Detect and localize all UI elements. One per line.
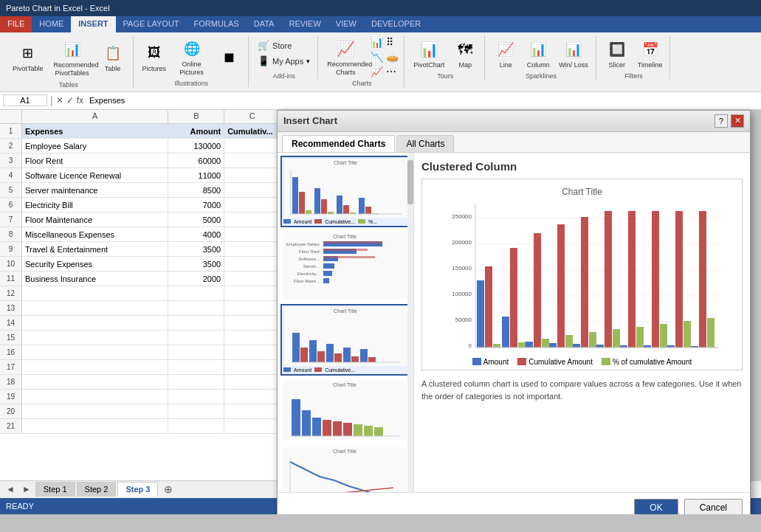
- data-tab[interactable]: DATA: [247, 16, 282, 32]
- dialog-help-button[interactable]: ?: [714, 114, 728, 128]
- cell-c[interactable]: [224, 419, 280, 433]
- sheet-tab-step2[interactable]: Step 2: [77, 482, 117, 497]
- cell-a[interactable]: [22, 331, 168, 345]
- scroll-track[interactable]: [407, 153, 413, 492]
- cell-a[interactable]: Software Licence Renewal: [22, 168, 168, 182]
- sheet-tab-step1[interactable]: Step 1: [35, 482, 75, 497]
- cell-a[interactable]: Employee Salary: [22, 139, 168, 153]
- bar-chart-button[interactable]: 📊: [370, 35, 384, 49]
- pictures-button[interactable]: 🖼 Pictures: [140, 40, 170, 74]
- cell-ref-input[interactable]: [3, 94, 47, 106]
- cell-a[interactable]: Business Insurance: [22, 272, 168, 286]
- cell-b[interactable]: 5000: [168, 213, 224, 227]
- cell-c[interactable]: [224, 257, 280, 271]
- cell-c[interactable]: [224, 345, 280, 359]
- cell-b[interactable]: [168, 360, 224, 374]
- chart-thumb-4[interactable]: Chart Title: [280, 379, 410, 442]
- cell-c[interactable]: [224, 242, 280, 256]
- cell-b[interactable]: [168, 419, 224, 433]
- line-chart-button[interactable]: 📉: [370, 50, 384, 63]
- my-apps-button[interactable]: 📱 My Apps ▾: [255, 54, 313, 68]
- cell-c[interactable]: [224, 168, 280, 182]
- file-tab[interactable]: FILE: [0, 16, 32, 32]
- cell-c[interactable]: [224, 331, 280, 345]
- cell-c[interactable]: [224, 375, 280, 389]
- cell-a[interactable]: [22, 404, 168, 418]
- cell-a[interactable]: Security Expenses: [22, 257, 168, 271]
- cell-c[interactable]: [224, 198, 280, 212]
- cell-b[interactable]: 130000: [168, 139, 224, 153]
- cell-c[interactable]: [224, 404, 280, 418]
- sheet-tab-step3[interactable]: Step 3: [117, 482, 158, 497]
- more-charts-button[interactable]: ⋯: [385, 65, 397, 78]
- cell-b[interactable]: 3500: [168, 257, 224, 271]
- cell-b[interactable]: [168, 345, 224, 359]
- pie-chart-button[interactable]: 🥧: [385, 50, 399, 63]
- dialog-close-button[interactable]: ✕: [731, 114, 744, 128]
- table-button[interactable]: 📋 Table: [97, 39, 128, 75]
- home-tab[interactable]: HOME: [32, 16, 71, 32]
- cell-a[interactable]: Expenses: [22, 124, 168, 138]
- cell-b[interactable]: 8500: [168, 183, 224, 197]
- cell-b[interactable]: [168, 331, 224, 345]
- cell-a[interactable]: Floor Maintenance: [22, 213, 168, 227]
- col-header-c[interactable]: C: [224, 110, 280, 123]
- cell-a[interactable]: [22, 375, 168, 389]
- insert-function-icon[interactable]: fx: [77, 95, 83, 106]
- developer-tab[interactable]: DEVELOPER: [364, 16, 428, 32]
- pivot-chart-button[interactable]: 📊 PivotChart: [410, 36, 447, 71]
- chart-thumb-2[interactable]: Chart Title: [280, 230, 410, 301]
- ok-button[interactable]: OK: [634, 499, 678, 514]
- cancel-button[interactable]: Cancel: [684, 499, 743, 514]
- chart-thumb-3[interactable]: Chart Title: [280, 304, 410, 376]
- cell-c[interactable]: Cumulativ...: [224, 124, 280, 138]
- scroll-thumb[interactable]: [407, 160, 413, 204]
- cell-a[interactable]: Electricity Bill: [22, 198, 168, 212]
- chart-list[interactable]: Chart Title: [278, 153, 414, 492]
- cell-b[interactable]: Amount: [168, 124, 224, 138]
- view-tab[interactable]: VIEW: [328, 16, 364, 32]
- formulas-tab[interactable]: FORMULAS: [187, 16, 247, 32]
- review-tab[interactable]: REVIEW: [281, 16, 328, 32]
- cell-a[interactable]: [22, 345, 168, 359]
- recommended-charts-button[interactable]: 📈 Recommended Charts: [324, 35, 367, 78]
- scroll-tabs-right[interactable]: ►: [19, 484, 34, 494]
- cell-c[interactable]: [224, 153, 280, 167]
- line-sparkline-button[interactable]: 📈 Line: [491, 36, 520, 70]
- add-sheet-button[interactable]: ⊕: [159, 482, 177, 497]
- cell-b[interactable]: 11000: [168, 168, 224, 182]
- winloss-button[interactable]: 📊 Win/ Loss: [556, 36, 591, 71]
- formula-input[interactable]: [86, 95, 758, 106]
- timeline-button[interactable]: 📅 Timeline: [635, 36, 666, 70]
- cell-a[interactable]: [22, 419, 168, 433]
- cell-b[interactable]: [168, 404, 224, 418]
- cell-a[interactable]: [22, 301, 168, 315]
- shapes-button[interactable]: ◼: [214, 44, 244, 70]
- cell-a[interactable]: [22, 390, 168, 404]
- cell-a[interactable]: [22, 286, 168, 300]
- cell-c[interactable]: [224, 213, 280, 227]
- cell-a[interactable]: Server maintenance: [22, 183, 168, 197]
- enter-formula-icon[interactable]: ✓: [66, 95, 74, 106]
- cell-b[interactable]: 3500: [168, 242, 224, 256]
- column-sparkline-button[interactable]: 📊 Column: [523, 36, 553, 70]
- cell-b[interactable]: [168, 390, 224, 404]
- cell-a[interactable]: [22, 316, 168, 330]
- pagelayout-tab[interactable]: PAGE LAYOUT: [116, 16, 187, 32]
- cell-c[interactable]: [224, 183, 280, 197]
- cell-c[interactable]: [224, 390, 280, 404]
- cell-b[interactable]: [168, 301, 224, 315]
- cell-b[interactable]: 4000: [168, 227, 224, 241]
- cell-b[interactable]: 60000: [168, 153, 224, 167]
- scroll-tabs-left[interactable]: ◄: [3, 484, 18, 494]
- store-button[interactable]: 🛒 Store: [255, 38, 313, 52]
- recommended-charts-tab[interactable]: Recommended Charts: [282, 135, 395, 152]
- recommended-pivot-button[interactable]: 📊 Recommended PivotTables: [50, 35, 94, 80]
- cell-a[interactable]: Miscellaneous Expenses: [22, 227, 168, 241]
- cell-c[interactable]: [224, 301, 280, 315]
- chart-thumb-1[interactable]: Chart Title: [280, 156, 410, 227]
- cell-a[interactable]: Travel & Entertainment: [22, 242, 168, 256]
- insert-tab[interactable]: INSERT: [71, 16, 115, 32]
- cell-c[interactable]: [224, 286, 280, 300]
- map-button[interactable]: 🗺 Map: [450, 36, 480, 70]
